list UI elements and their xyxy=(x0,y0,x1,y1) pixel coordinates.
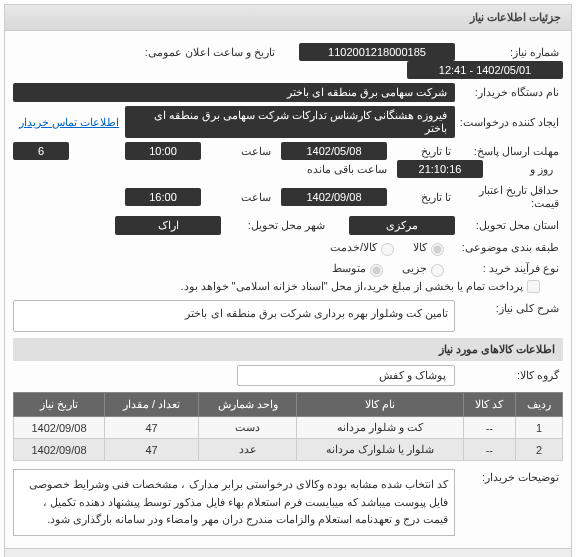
remain-value: 21:10:16 xyxy=(397,160,483,178)
table-cell: 47 xyxy=(105,439,199,461)
panel-title: جزئیات اطلاعات نیاز xyxy=(5,5,571,31)
to-date-label-2: تا تاریخ xyxy=(387,189,455,206)
hour-label-2: ساعت xyxy=(207,189,275,206)
radio-service[interactable]: کالا/خدمت xyxy=(330,240,397,256)
table-cell: 47 xyxy=(105,417,199,439)
province-value: مرکزی xyxy=(349,216,455,235)
table-cell: دست xyxy=(199,417,297,439)
creator-value: فیروزه هشنگانی کارشناس تدارکات شرکت سهام… xyxy=(125,106,455,138)
table-row: 1--کت و شلوار مردانهدست471402/09/08 xyxy=(14,417,563,439)
desc-label: شرح کلی نیاز: xyxy=(455,300,563,317)
checkbox-treasury[interactable]: پرداخت تمام یا بخشی از مبلغ خرید،از محل … xyxy=(180,277,543,296)
table-cell: -- xyxy=(463,417,516,439)
city-value: اراک xyxy=(115,216,221,235)
to-date-label: تا تاریخ xyxy=(387,143,455,160)
price-valid-date: 1402/09/08 xyxy=(281,188,387,206)
day-label: روز و xyxy=(489,161,557,178)
table-cell: 1 xyxy=(516,417,563,439)
need-no-value: 1102001218000185 xyxy=(299,43,455,61)
hour-label-1: ساعت xyxy=(207,143,275,160)
radio-partial-label: جزیی xyxy=(402,262,427,275)
radio-goods-label: کالا xyxy=(413,241,427,254)
radio-service-label: کالا/خدمت xyxy=(330,241,377,254)
price-valid-label: حداقل تاریخ اعتبار قیمت: xyxy=(455,182,563,212)
reply-hour-value: 10:00 xyxy=(125,142,201,160)
group-value: پوشاک و کفش xyxy=(237,365,455,386)
price-valid-hour: 16:00 xyxy=(125,188,201,206)
table-row: 2--شلوار یا شلوارک مردانهعدد471402/09/08 xyxy=(14,439,563,461)
buyer-notes-label: توضیحات خریدار: xyxy=(455,469,563,486)
city-label: شهر محل تحویل: xyxy=(221,217,329,234)
table-cell: شلوار یا شلوارک مردانه xyxy=(297,439,463,461)
desc-value: تامین کت وشلوار بهره برداری شرکت برق منط… xyxy=(13,300,455,332)
treasury-note: پرداخت تمام یا بخشی از مبلغ خرید،از محل … xyxy=(180,280,523,293)
category-label: طبقه بندی موضوعی: xyxy=(455,239,563,256)
table-cell: 1402/09/08 xyxy=(14,417,105,439)
table-header: کد کالا xyxy=(463,393,516,417)
day-value: 6 xyxy=(13,142,69,160)
radio-goods[interactable]: کالا xyxy=(413,240,447,256)
need-no-label: شماره نیاز: xyxy=(455,44,563,61)
radio-medium-label: متوسط xyxy=(332,262,366,275)
province-label: استان محل تحویل: xyxy=(455,217,563,234)
table-header: تاریخ نیاز xyxy=(14,393,105,417)
items-section-title: اطلاعات کالاهای مورد نیاز xyxy=(13,338,563,361)
buyer-notes-value: کد انتخاب شده مشابه بوده وکالای درخواستی… xyxy=(13,469,455,536)
buyer-label: نام دستگاه خریدار: xyxy=(455,84,563,101)
table-header: نام کالا xyxy=(297,393,463,417)
pub-date-label: تاریخ و ساعت اعلان عمومی: xyxy=(121,44,279,61)
table-cell: عدد xyxy=(199,439,297,461)
table-header: ردیف xyxy=(516,393,563,417)
creator-label: ایجاد کننده درخواست: xyxy=(455,114,563,131)
table-cell: -- xyxy=(463,439,516,461)
pub-date-value: 1402/05/01 - 12:41 xyxy=(407,61,563,79)
table-cell: 2 xyxy=(516,439,563,461)
table-header: واحد شمارش xyxy=(199,393,297,417)
table-cell: 1402/09/08 xyxy=(14,439,105,461)
radio-partial[interactable]: جزیی xyxy=(402,261,447,277)
items-table: ردیفکد کالانام کالاواحد شمارشتعداد / مقد… xyxy=(13,392,563,461)
table-header: تعداد / مقدار xyxy=(105,393,199,417)
group-label: گروه کالا: xyxy=(455,367,563,384)
buy-type-label: نوع فرآیند خرید : xyxy=(455,260,563,277)
remain-label: ساعت باقی مانده xyxy=(293,161,391,178)
contact-link[interactable]: اطلاعات تماس خریدار xyxy=(19,116,119,129)
reply-date-value: 1402/05/08 xyxy=(281,142,387,160)
reply-deadline-label: مهلت ارسال پاسخ: xyxy=(455,143,563,160)
radio-medium[interactable]: متوسط xyxy=(332,261,386,277)
buyer-value: شرکت سهامی برق منطقه ای باختر xyxy=(13,83,455,102)
table-cell: کت و شلوار مردانه xyxy=(297,417,463,439)
